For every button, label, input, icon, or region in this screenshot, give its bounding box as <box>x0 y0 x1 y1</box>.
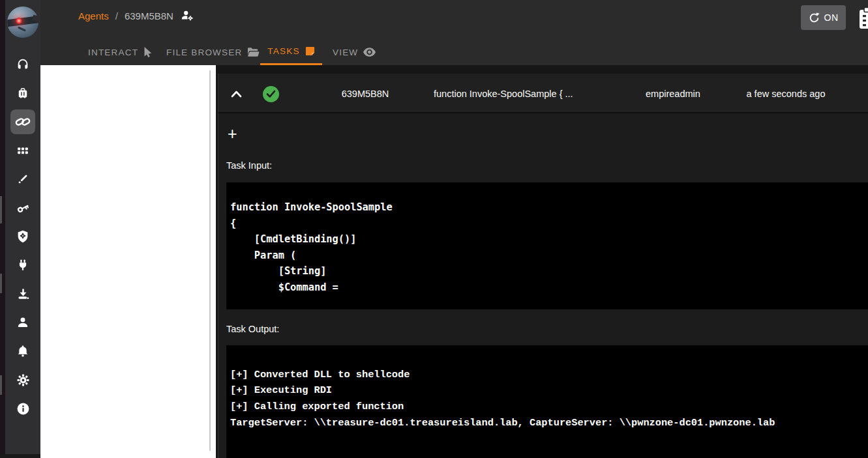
window-edge-strip <box>0 0 5 458</box>
sidebar-bottom-strip <box>0 454 40 458</box>
person-icon <box>16 315 30 330</box>
agent-on-toggle-button[interactable]: ON <box>801 5 846 30</box>
tab-view-label: VIEW <box>333 48 358 57</box>
add-task-button[interactable]: + <box>228 124 243 143</box>
manage-agent-icon[interactable] <box>180 8 195 23</box>
download-icon <box>16 287 31 302</box>
tab-interact-label: INTERACT <box>88 48 138 57</box>
link-icon <box>15 114 31 130</box>
sidebar-item-settings[interactable] <box>10 367 35 392</box>
sidebar-nav <box>10 52 35 421</box>
sidebar-item-listeners[interactable] <box>10 52 35 77</box>
empty-side-panel <box>40 65 216 458</box>
edge-notch <box>0 274 2 293</box>
onoff-label: ON <box>824 12 839 23</box>
sidebar-item-about[interactable] <box>10 396 35 421</box>
note-icon <box>305 46 315 56</box>
luggage-icon <box>16 86 30 100</box>
task-output-label: Task Output: <box>226 323 279 335</box>
pen-icon <box>16 172 30 186</box>
tab-view[interactable]: VIEW <box>333 39 376 65</box>
key-icon <box>16 201 31 216</box>
tasks-main-area: 639M5B8N function Invoke-SpoolSample { .… <box>216 65 868 458</box>
starkiller-logo <box>7 7 38 38</box>
sidebar-item-credentials[interactable] <box>10 195 35 220</box>
task-output-code-text: [+] Converted DLL to shellcode [+] Execu… <box>226 345 868 431</box>
sidebar-item-stagers[interactable] <box>10 81 35 106</box>
panel-divider <box>209 70 211 451</box>
row-agent-id: 639M5B8N <box>320 88 411 100</box>
cursor-icon <box>143 47 153 57</box>
row-task-preview: function Invoke-SpoolSample { ... <box>434 88 573 100</box>
tab-tasks[interactable]: TASKS <box>260 39 322 65</box>
task-row[interactable]: 639M5B8N function Invoke-SpoolSample { .… <box>218 74 868 113</box>
sidebar-item-notifications[interactable] <box>10 339 35 364</box>
task-input-label: Task Input: <box>226 160 272 171</box>
shield-gear-icon <box>16 229 30 244</box>
sidebar-item-downloads[interactable] <box>10 281 35 306</box>
breadcrumb-separator: / <box>115 10 118 21</box>
refresh-icon <box>809 12 820 23</box>
check-icon <box>266 90 276 98</box>
task-output-codeblock: [+] Converted DLL to shellcode [+] Execu… <box>226 345 868 458</box>
edge-notch <box>0 375 2 395</box>
edge-notch <box>0 196 2 223</box>
task-input-code-text: function Invoke-SpoolSample { [CmdletBin… <box>226 182 868 296</box>
sidebar <box>5 0 40 458</box>
clipboard-icon[interactable] <box>859 7 868 29</box>
sidebar-item-agents[interactable] <box>10 109 35 134</box>
sidebar-item-malleable-profiles[interactable] <box>10 224 35 249</box>
breadcrumb-agents-link[interactable]: Agents <box>78 10 109 21</box>
task-card: 639M5B8N function Invoke-SpoolSample { .… <box>218 74 868 458</box>
tab-file-browser[interactable]: FILE BROWSER <box>166 39 260 65</box>
folder-icon <box>247 47 260 57</box>
status-success-badge <box>263 86 279 102</box>
grid-icon <box>16 143 30 158</box>
logo-red-eye <box>16 18 22 24</box>
clipboard-glyph <box>859 7 868 29</box>
sidebar-item-editor[interactable] <box>10 167 35 192</box>
chevron-up-icon[interactable] <box>231 90 242 98</box>
tab-interact[interactable]: INTERACT <box>88 39 153 65</box>
tab-tasks-label: TASKS <box>267 46 299 56</box>
headphones-icon <box>16 57 30 72</box>
bell-icon <box>16 344 30 358</box>
tab-file-browser-label: FILE BROWSER <box>166 48 242 57</box>
row-user: empireadmin <box>646 88 698 100</box>
sidebar-item-modules[interactable] <box>10 138 35 163</box>
agent-tabbar: INTERACT FILE BROWSER TASKS VIEW <box>40 39 868 65</box>
breadcrumb: Agents / 639M5B8N <box>78 8 195 23</box>
info-icon <box>16 401 31 416</box>
sidebar-item-users[interactable] <box>10 310 35 335</box>
breadcrumb-agent-id: 639M5B8N <box>125 10 173 21</box>
sidebar-item-plugins[interactable] <box>10 253 35 278</box>
plug-icon <box>16 258 30 272</box>
gear-icon <box>16 373 31 388</box>
eye-icon <box>363 48 376 57</box>
header: Agents / 639M5B8N ON INTERACT FILE BROWS… <box>40 0 868 65</box>
logo-mouth <box>18 26 26 31</box>
row-updated-time: a few seconds ago <box>734 88 838 100</box>
task-input-codeblock: function Invoke-SpoolSample { [CmdletBin… <box>226 182 868 309</box>
